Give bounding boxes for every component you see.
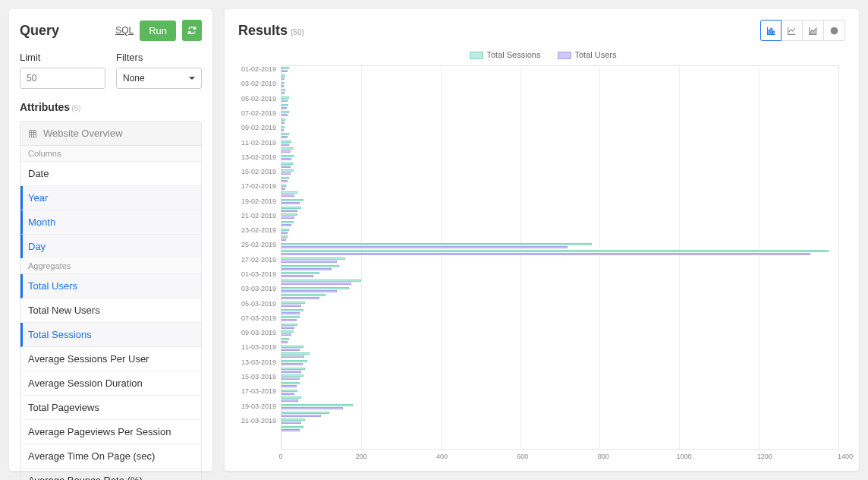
y-axis-label: 15-02-2019 xyxy=(238,168,276,175)
bar-sessions xyxy=(281,104,288,106)
bar-sessions xyxy=(281,82,285,84)
y-axis-label xyxy=(238,278,276,286)
bar-sessions xyxy=(281,368,305,370)
results-panel: Results (50) Total Sessions Total Users … xyxy=(225,9,859,471)
y-axis-label: 19-02-2019 xyxy=(238,197,276,205)
y-axis-label: 05-02-2019 xyxy=(238,95,276,103)
chart-row xyxy=(281,264,838,271)
line-chart-button[interactable] xyxy=(782,20,803,41)
attribute-item[interactable]: Total New Users xyxy=(20,298,201,323)
bar-sessions xyxy=(281,229,289,231)
y-axis-label xyxy=(238,117,276,125)
bar-sessions xyxy=(281,374,303,377)
attribute-item[interactable]: Date xyxy=(20,162,201,186)
attributes-count: (5) xyxy=(71,104,80,112)
attributes-table-header[interactable]: Website Overview xyxy=(20,122,201,146)
run-button[interactable]: Run xyxy=(140,21,176,41)
y-axis-label xyxy=(238,336,276,344)
gear-icon xyxy=(829,26,839,36)
chart-area: Total Sessions Total Users 01-02-201903-… xyxy=(238,47,845,460)
chart-row xyxy=(281,301,838,308)
filters-select[interactable]: None xyxy=(116,68,202,89)
attribute-item[interactable]: Average Pageviews Per Session xyxy=(20,420,201,444)
bar-users xyxy=(281,253,810,255)
y-axis-label xyxy=(238,365,276,373)
bar-users xyxy=(281,268,332,270)
svg-point-8 xyxy=(831,27,838,34)
bar-sessions xyxy=(281,213,297,216)
bar-sessions xyxy=(281,338,289,340)
y-axis-label: 11-03-2019 xyxy=(238,343,276,351)
bar-users xyxy=(281,114,288,116)
legend-swatch-sessions xyxy=(470,52,483,59)
x-axis-tick: 200 xyxy=(356,453,367,460)
bar-users xyxy=(281,99,288,102)
attributes-title: Attributes xyxy=(20,101,70,113)
bar-sessions xyxy=(281,133,289,135)
bar-sessions xyxy=(281,287,349,289)
y-axis-label: 21-03-2019 xyxy=(238,417,276,425)
y-axis-label xyxy=(238,160,276,168)
chart-row xyxy=(281,337,838,345)
y-axis-label: 01-03-2019 xyxy=(238,270,276,278)
bar-users xyxy=(281,283,351,285)
refresh-button[interactable] xyxy=(182,20,202,41)
chart-row xyxy=(281,169,838,176)
attribute-item[interactable]: Year xyxy=(20,186,201,210)
svg-rect-5 xyxy=(769,30,770,33)
filters-value: None xyxy=(123,73,145,84)
bar-sessions xyxy=(281,147,293,150)
y-axis-label xyxy=(238,395,276,403)
columns-section-label: Columns xyxy=(20,146,201,162)
sql-link[interactable]: SQL xyxy=(115,25,134,36)
bar-sessions xyxy=(281,169,294,172)
bar-sessions xyxy=(281,243,592,245)
bar-sessions xyxy=(281,207,301,209)
bar-users xyxy=(281,150,291,153)
bar-users xyxy=(281,305,301,307)
chart-row xyxy=(281,330,838,337)
y-axis-label: 23-02-2019 xyxy=(238,226,276,234)
bar-chart-icon xyxy=(766,26,776,36)
bar-users xyxy=(281,327,294,329)
attribute-item[interactable]: Average Bounce Rate (%) xyxy=(20,469,201,480)
area-chart-icon xyxy=(808,26,818,36)
bar-sessions xyxy=(281,235,288,238)
y-axis-label: 13-02-2019 xyxy=(238,153,276,161)
bar-users xyxy=(281,333,291,336)
chart-row xyxy=(281,286,838,293)
chart-row xyxy=(281,396,838,403)
bar-users xyxy=(281,202,300,204)
attribute-item[interactable]: Day xyxy=(20,235,201,258)
settings-button[interactable] xyxy=(824,20,845,41)
area-chart-button[interactable] xyxy=(803,20,824,41)
attribute-item[interactable]: Total Sessions xyxy=(20,323,201,347)
limit-input[interactable] xyxy=(20,68,105,89)
bar-sessions xyxy=(281,250,829,252)
chart-row xyxy=(281,220,838,228)
attribute-item[interactable]: Average Sessions Per User xyxy=(20,347,201,371)
attribute-item[interactable]: Month xyxy=(20,210,201,235)
y-axis-label: 17-02-2019 xyxy=(238,182,276,190)
table-icon xyxy=(28,129,37,138)
attribute-item[interactable]: Average Session Duration xyxy=(20,371,201,396)
bar-sessions xyxy=(281,74,285,77)
chart-row xyxy=(281,271,838,279)
x-axis-tick: 1400 xyxy=(838,453,853,460)
y-axis-label xyxy=(238,234,276,242)
chart-row xyxy=(281,257,838,264)
attribute-item[interactable]: Total Users xyxy=(20,274,201,298)
bar-users xyxy=(281,70,288,72)
bar-users xyxy=(281,246,568,248)
bar-sessions xyxy=(281,67,289,69)
bar-users xyxy=(281,172,291,175)
attribute-item[interactable]: Total Pageviews xyxy=(20,396,201,420)
chart-row xyxy=(281,315,838,323)
bar-users xyxy=(281,355,304,358)
bar-chart-button[interactable] xyxy=(760,20,782,41)
chart-row xyxy=(281,96,838,103)
chart-row xyxy=(281,147,838,154)
chart-row xyxy=(281,410,838,418)
attribute-item[interactable]: Average Time On Page (sec) xyxy=(20,444,201,469)
bar-sessions xyxy=(281,163,293,165)
